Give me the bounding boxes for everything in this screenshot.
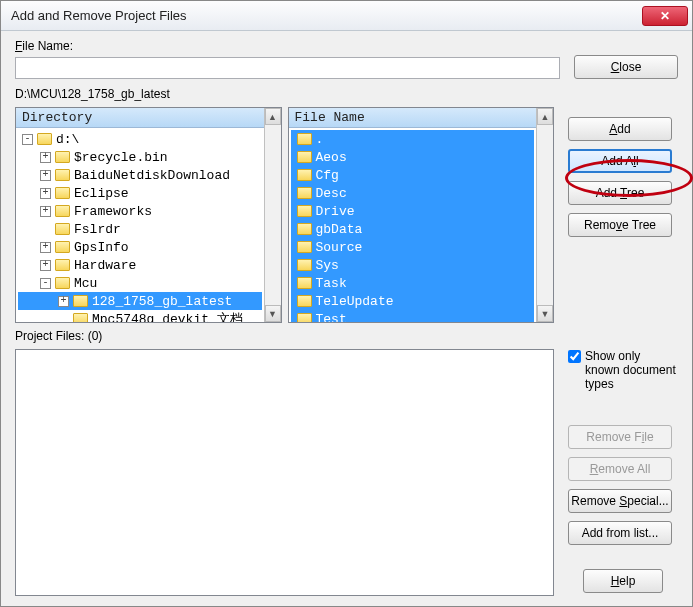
content-area: File Name: Close D:\MCU\128_1758_gb_late… bbox=[1, 31, 692, 606]
tree-item-label: Mpc5748g_devkit 文档 bbox=[92, 310, 243, 322]
show-known-types-input[interactable] bbox=[568, 350, 581, 363]
folder-icon bbox=[73, 313, 88, 322]
file-name-input[interactable] bbox=[15, 57, 560, 79]
folder-icon bbox=[297, 277, 312, 289]
file-item-label: gbData bbox=[316, 222, 363, 237]
file-item-label: . bbox=[316, 132, 324, 147]
add-from-list-button[interactable]: Add from list... bbox=[568, 521, 672, 545]
scroll-up-icon[interactable]: ▲ bbox=[265, 108, 281, 125]
file-item[interactable]: gbData bbox=[291, 220, 535, 238]
directory-header: Directory bbox=[16, 108, 264, 128]
file-item[interactable]: Drive bbox=[291, 202, 535, 220]
remove-all-button[interactable]: Remove All bbox=[568, 457, 672, 481]
expand-icon[interactable]: + bbox=[40, 152, 51, 163]
file-item[interactable]: . bbox=[291, 130, 535, 148]
file-list-pane: File Name .AeosCfgDescDrivegbDataSourceS… bbox=[289, 108, 537, 322]
file-item[interactable]: Task bbox=[291, 274, 535, 292]
file-item-label: Cfg bbox=[316, 168, 339, 183]
show-known-types-label: Show only known document types bbox=[585, 349, 678, 391]
directory-pane: Directory -d:\+$recycle.bin+BaiduNetdisk… bbox=[16, 108, 264, 322]
expand-icon[interactable]: + bbox=[40, 188, 51, 199]
window-title: Add and Remove Project Files bbox=[11, 8, 642, 23]
file-item-label: TeleUpdate bbox=[316, 294, 394, 309]
folder-icon bbox=[297, 223, 312, 235]
tree-item[interactable]: +Hardware bbox=[18, 256, 262, 274]
file-item-label: Aeos bbox=[316, 150, 347, 165]
add-tree-button[interactable]: Add Tree bbox=[568, 181, 672, 205]
remove-file-button[interactable]: Remove File bbox=[568, 425, 672, 449]
file-item[interactable]: Sys bbox=[291, 256, 535, 274]
expand-icon[interactable]: + bbox=[40, 170, 51, 181]
file-item[interactable]: Desc bbox=[291, 184, 535, 202]
folder-icon bbox=[55, 169, 70, 181]
tree-item-label: 128_1758_gb_latest bbox=[92, 294, 232, 309]
folder-icon bbox=[297, 205, 312, 217]
tree-item[interactable]: Fslrdr bbox=[18, 220, 262, 238]
tree-item-label: Fslrdr bbox=[74, 222, 121, 237]
file-list-scrollbar[interactable]: ▲ ▼ bbox=[536, 108, 553, 322]
expand-icon[interactable]: + bbox=[40, 242, 51, 253]
file-item[interactable]: TeleUpdate bbox=[291, 292, 535, 310]
scroll-down-icon[interactable]: ▼ bbox=[537, 305, 553, 322]
project-files-list[interactable] bbox=[15, 349, 554, 596]
directory-tree[interactable]: -d:\+$recycle.bin+BaiduNetdiskDownload+E… bbox=[16, 128, 264, 322]
tree-item-label: Hardware bbox=[74, 258, 136, 273]
add-button[interactable]: Add bbox=[568, 117, 672, 141]
folder-icon bbox=[55, 259, 70, 271]
scroll-down-icon[interactable]: ▼ bbox=[265, 305, 281, 322]
file-list[interactable]: .AeosCfgDescDrivegbDataSourceSysTaskTele… bbox=[289, 128, 537, 322]
remove-special-button[interactable]: Remove Special... bbox=[568, 489, 672, 513]
titlebar: Add and Remove Project Files ✕ bbox=[1, 1, 692, 31]
file-item[interactable]: Aeos bbox=[291, 148, 535, 166]
file-item-label: Drive bbox=[316, 204, 355, 219]
close-button[interactable]: Close bbox=[574, 55, 678, 79]
folder-icon bbox=[297, 133, 312, 145]
tree-item-label: BaiduNetdiskDownload bbox=[74, 168, 230, 183]
tree-item-label: Mcu bbox=[74, 276, 97, 291]
expand-icon[interactable]: + bbox=[40, 260, 51, 271]
folder-icon bbox=[73, 295, 88, 307]
folder-icon bbox=[55, 151, 70, 163]
tree-item[interactable]: Mpc5748g_devkit 文档 bbox=[18, 310, 262, 322]
tree-item-label: $recycle.bin bbox=[74, 150, 168, 165]
dialog-window: Add and Remove Project Files ✕ File Name… bbox=[0, 0, 693, 607]
show-known-types-checkbox[interactable]: Show only known document types bbox=[568, 349, 678, 391]
window-close-button[interactable]: ✕ bbox=[642, 6, 688, 26]
collapse-icon[interactable]: - bbox=[40, 278, 51, 289]
directory-scrollbar[interactable]: ▲ ▼ bbox=[264, 108, 281, 322]
folder-icon bbox=[55, 205, 70, 217]
tree-item-label: Eclipse bbox=[74, 186, 129, 201]
tree-item[interactable]: +Frameworks bbox=[18, 202, 262, 220]
remove-tree-button[interactable]: Remove Tree bbox=[568, 213, 672, 237]
expand-icon[interactable]: + bbox=[58, 296, 69, 307]
project-files-label: Project Files: (0) bbox=[15, 329, 678, 343]
tree-item[interactable]: -Mcu bbox=[18, 274, 262, 292]
collapse-icon[interactable]: - bbox=[22, 134, 33, 145]
file-item[interactable]: Source bbox=[291, 238, 535, 256]
folder-icon bbox=[55, 277, 70, 289]
tree-item[interactable]: +$recycle.bin bbox=[18, 148, 262, 166]
file-item[interactable]: Cfg bbox=[291, 166, 535, 184]
folder-icon bbox=[297, 313, 312, 322]
file-name-label: File Name: bbox=[15, 39, 560, 53]
folder-icon bbox=[55, 187, 70, 199]
current-path-label: D:\MCU\128_1758_gb_latest bbox=[15, 87, 678, 101]
tree-item[interactable]: -d:\ bbox=[18, 130, 262, 148]
file-item-label: Test bbox=[316, 312, 347, 323]
spacer bbox=[40, 224, 51, 235]
help-button[interactable]: Help bbox=[583, 569, 663, 593]
tree-item[interactable]: +Eclipse bbox=[18, 184, 262, 202]
file-item[interactable]: Test bbox=[291, 310, 535, 322]
expand-icon[interactable]: + bbox=[40, 206, 51, 217]
tree-item-label: GpsInfo bbox=[74, 240, 129, 255]
scroll-up-icon[interactable]: ▲ bbox=[537, 108, 553, 125]
tree-item[interactable]: +GpsInfo bbox=[18, 238, 262, 256]
spacer bbox=[58, 314, 69, 323]
file-item-label: Sys bbox=[316, 258, 339, 273]
tree-item[interactable]: +128_1758_gb_latest bbox=[18, 292, 262, 310]
folder-icon bbox=[55, 241, 70, 253]
folder-icon bbox=[37, 133, 52, 145]
tree-item[interactable]: +BaiduNetdiskDownload bbox=[18, 166, 262, 184]
add-all-button[interactable]: Add All bbox=[568, 149, 672, 173]
close-x-icon: ✕ bbox=[660, 9, 670, 23]
